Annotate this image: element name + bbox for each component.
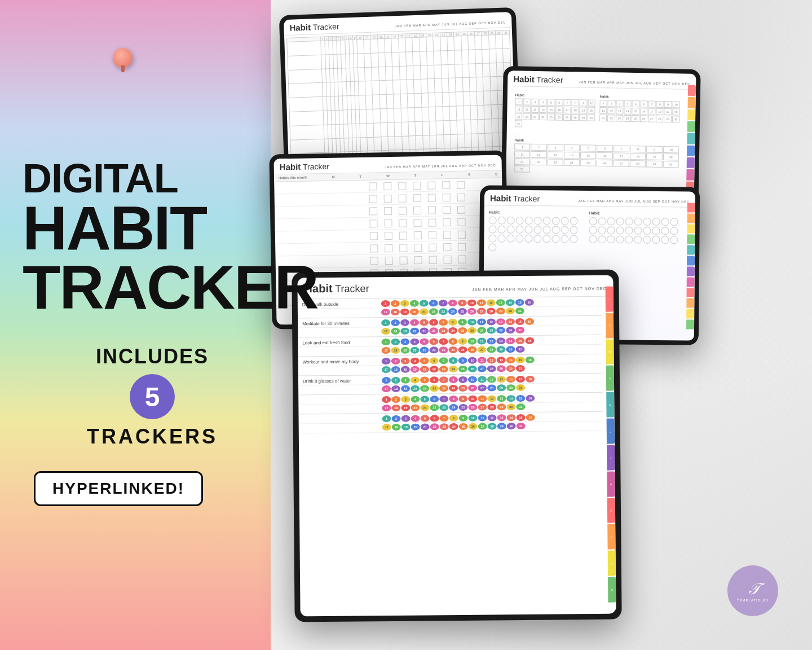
tab-jan	[688, 85, 696, 96]
circle-habit-1-title: Habit:	[489, 210, 584, 214]
tab5-may: M	[606, 392, 614, 418]
circle-habit-2: Habit:	[589, 211, 684, 253]
includes-section: INCLUDES 5 TRACKERS HYPERLINKED!	[23, 345, 282, 506]
circles-grid-2	[589, 217, 683, 244]
cal-grid-1: 12345678910 11121314151617181920 2122232…	[515, 98, 595, 128]
tab4-dec	[686, 320, 694, 330]
week-col-habit: Habits this month	[279, 176, 307, 180]
habit-name-workout: Workout and move my body	[303, 359, 382, 364]
number-badge: 5	[130, 374, 175, 419]
tab-may	[687, 133, 695, 144]
tab4-jan	[687, 203, 695, 213]
tab5-oct: O	[607, 524, 615, 550]
tab5-jul: J	[607, 445, 615, 471]
hyperlinked-badge: HYPERLINKED!	[34, 471, 203, 506]
hyperlinked-label: HYPERLINKED!	[52, 480, 184, 497]
logo-symbol: 𝒯	[748, 580, 758, 599]
habit-name-fresh-food: Look and eat fresh food	[302, 340, 381, 345]
tab-aug	[686, 169, 694, 181]
tab4-mar	[687, 224, 695, 234]
cal-habit-2: Habit: 12345678910 11121314151617181920 …	[599, 95, 680, 130]
habit-name-water: Drink 8 glasses of water	[303, 378, 382, 384]
tablet-5-screen: J F M A M J J A S O N D Habit Tracker JA…	[297, 275, 616, 617]
week-col-f: F	[441, 173, 443, 177]
tab4-feb	[687, 213, 695, 223]
habit-row-empty-2b: 171819202122232425262728293031	[299, 421, 603, 434]
tab-jul	[687, 157, 695, 169]
tab5-apr: A	[606, 366, 614, 391]
tablet-3-months: JAN FEB MAR APR MAY JUN JUL AUG SEP OCT …	[385, 164, 496, 169]
cal-grid-2: 12345678910 11121314151617181920 2122232…	[599, 100, 680, 122]
tablet-4-tabs	[686, 203, 695, 330]
tablet-3-title: Habit Tracker	[280, 161, 329, 172]
tab5-sep: S	[607, 498, 615, 523]
habit-numbers-daily-walk-1: 12345678910111213141516	[381, 298, 591, 307]
week-col-s1: S	[468, 173, 470, 176]
tab5-jun: J	[607, 419, 615, 444]
tab4-may	[687, 245, 695, 255]
tab4-apr	[687, 235, 695, 244]
habit-label: HABIT	[23, 199, 282, 258]
tablet-5-months: JAN FEB MAR APR MAY JUN JUL AUG SEP OCT …	[472, 287, 606, 292]
tab4-nov	[686, 309, 694, 319]
tab5-jan: J	[606, 287, 614, 312]
tab4-jul	[687, 266, 695, 276]
tablet-2-months: JAN FEB MAR APR MAY JUN JUL AUG SEP OCT …	[579, 80, 690, 85]
left-panel: DIGITAL HABIT TRACKER INCLUDES 5 TRACKER…	[23, 158, 282, 506]
week-col-t2: T	[414, 174, 417, 177]
logo-text: TEMPLATIBLES	[737, 599, 769, 602]
tablet-5-header: Habit Tracker JAN FEB MAR APR MAY JUN JU…	[297, 275, 613, 300]
tablet-2-content: Habit: 12345678910 11121314151617181920 …	[506, 86, 696, 182]
includes-label: INCLUDES	[96, 345, 209, 368]
tracker-label: TRACKER	[23, 258, 282, 317]
tab4-oct	[686, 298, 694, 308]
tablet-4-circles: Habit: Habit:	[484, 205, 695, 257]
tablet-2-cal-bottom: Habit: 12345678910 11121314151617181920 …	[509, 135, 683, 178]
cal-habit-1: Habit: 12345678910 11121314151617181920 …	[515, 93, 595, 128]
week-col-t1: T	[360, 175, 362, 178]
tab-jun	[687, 145, 695, 156]
weekly-row-1-name	[274, 186, 364, 188]
tab5-feb: F	[606, 313, 614, 338]
tab5-mar: M	[606, 339, 614, 364]
tablet-4-header: Habit Tracker JAN FEB MAR APR MAY JUN JU…	[484, 190, 695, 207]
tab4-aug	[687, 277, 695, 287]
tab5-nov: N	[608, 551, 616, 576]
tablets-container: Habit Tracker JAN FEB MAR APR MAY JUN JU…	[259, 0, 812, 650]
thumbtack-icon	[113, 48, 133, 68]
tab4-jun	[687, 256, 695, 266]
tablet-numbered: J F M A M J J A S O N D Habit Tracker JA…	[292, 269, 621, 622]
cal-cell: 1	[515, 98, 523, 105]
cal-grid-3: 12345678910 11121314151617181920 2122232…	[514, 143, 679, 175]
cal-habit-1-title: Habit:	[515, 93, 595, 98]
tab-mar	[687, 109, 695, 120]
tab5-dec: D	[608, 577, 616, 603]
tab-apr	[687, 121, 695, 133]
cal-habit-2-title: Habit:	[600, 95, 680, 99]
tablet-2-cal-top: Habit: 12345678910 11121314151617181920 …	[510, 90, 685, 133]
tablet-1-months: JAN FEB MAR APR MAY JUN JUL AUG SEP OCT …	[395, 20, 506, 28]
week-col-s2: S	[495, 173, 497, 176]
tablet-4-title: Habit Tracker	[490, 193, 540, 203]
logo-watermark: 𝒯 TEMPLATIBLES	[727, 565, 778, 616]
trackers-label: TRACKERS	[87, 425, 218, 449]
tablet-2-title: Habit Tracker	[513, 74, 563, 85]
tablet-1-title: Habit Tracker	[289, 21, 339, 33]
trackers-count: 5	[145, 381, 160, 412]
tab-feb	[687, 97, 695, 108]
circles-grid-1	[488, 216, 584, 252]
tablet-5-tabs: J F M A M J J A S O N D	[606, 287, 616, 603]
cal-habit-3: Habit: 12345678910 11121314151617181920 …	[514, 138, 679, 175]
tab4-sep	[687, 288, 695, 297]
week-col-m: M	[332, 175, 335, 179]
tablet-4-months: JAN FEB MAR APR MAY JUN JUL AUG SEP OCT …	[579, 199, 690, 204]
numbered-habit-rows: Daily walk outside 123456789101112131415…	[298, 297, 615, 434]
week-col-w: W	[386, 174, 390, 178]
circle-habit-1: Habit:	[488, 210, 584, 252]
circle-habit-2-title: Habit:	[589, 211, 684, 216]
tab5-aug: A	[607, 471, 615, 497]
